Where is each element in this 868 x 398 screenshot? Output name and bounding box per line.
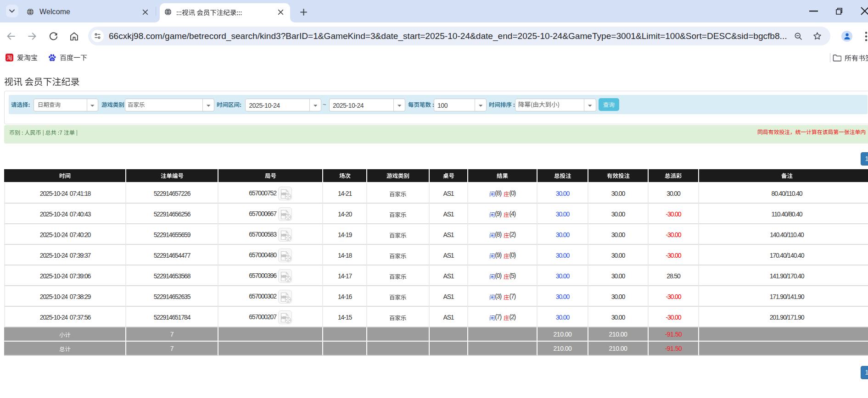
svg-text:du: du bbox=[51, 58, 54, 61]
